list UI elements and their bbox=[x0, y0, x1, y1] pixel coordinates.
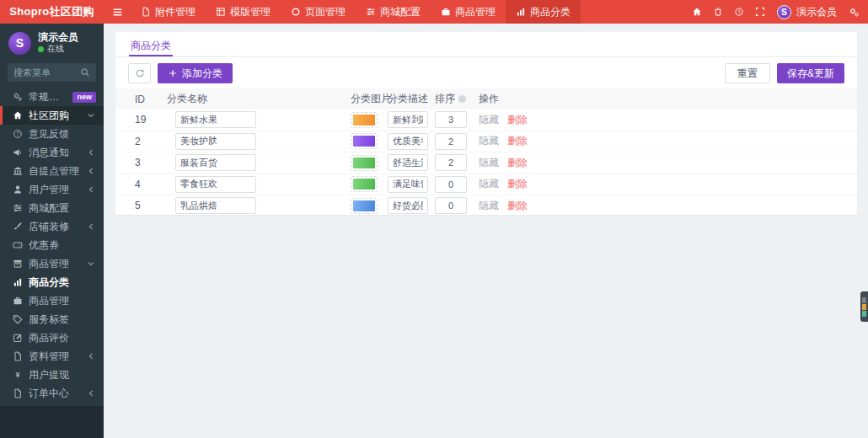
table-header: ID分类名称分类图片分类描述排序操作 bbox=[115, 88, 857, 110]
sidebar-item-goods-category[interactable]: 商品分类 bbox=[0, 273, 104, 291]
topnav-mall-config[interactable]: 商城配置 bbox=[356, 0, 431, 24]
sidebar-item-pickup-points[interactable]: 自提点管理 bbox=[0, 162, 104, 180]
hide-link[interactable]: 隐藏 bbox=[479, 156, 499, 170]
topnav-label: 商城配置 bbox=[380, 5, 421, 19]
sidebar-item-label: 订单中心 bbox=[29, 387, 80, 401]
topnav-goods-manage[interactable]: 商品管理 bbox=[431, 0, 506, 24]
gear-icon bbox=[849, 7, 860, 18]
menu-search-input[interactable] bbox=[13, 67, 77, 77]
sidebar-item-mall-config[interactable]: 商城配置 bbox=[0, 199, 104, 217]
category-image-thumb[interactable] bbox=[351, 133, 378, 149]
topnav-goods-category[interactable]: 商品分类 bbox=[506, 0, 581, 24]
category-image-thumb[interactable] bbox=[351, 112, 378, 128]
id-cell: 2 bbox=[128, 136, 167, 147]
category-image-thumb[interactable] bbox=[351, 155, 378, 171]
fullscreen-button[interactable] bbox=[749, 0, 770, 24]
save-update-button[interactable]: 保存&更新 bbox=[777, 63, 844, 83]
sidebar-item-users[interactable]: 用户管理 bbox=[0, 180, 104, 199]
settings-button[interactable] bbox=[844, 0, 865, 24]
category-name-input[interactable] bbox=[175, 154, 256, 171]
category-desc-input[interactable] bbox=[388, 197, 428, 214]
refresh-button[interactable] bbox=[128, 63, 151, 83]
sort-input[interactable] bbox=[435, 176, 467, 193]
file-icon bbox=[141, 7, 151, 17]
delete-link[interactable]: 删除 bbox=[507, 113, 528, 127]
hamburger-icon bbox=[112, 7, 123, 18]
category-name-input[interactable] bbox=[175, 133, 256, 150]
sidebar-user-name: 演示会员 bbox=[38, 31, 78, 43]
sidebar-item-withdraw[interactable]: ¥用户提现 bbox=[0, 366, 104, 384]
sort-input[interactable] bbox=[435, 111, 467, 128]
category-name-input[interactable] bbox=[175, 111, 256, 128]
sidebar-item-label: 资料管理 bbox=[29, 350, 80, 364]
app-logo[interactable]: Shopro社区团购 bbox=[0, 0, 104, 24]
sidebar-item-label: 商品分类 bbox=[29, 275, 96, 290]
delete-link[interactable]: 删除 bbox=[507, 134, 528, 148]
sidebar-item-general[interactable]: 常规管理new bbox=[0, 88, 104, 106]
svg-text:¥: ¥ bbox=[15, 371, 19, 379]
category-name-input[interactable] bbox=[175, 176, 256, 193]
category-desc-input[interactable] bbox=[388, 111, 428, 128]
category-name-input[interactable] bbox=[175, 197, 256, 214]
history-button[interactable] bbox=[728, 0, 749, 24]
id-cell: 4 bbox=[128, 179, 167, 190]
tab-bar: 商品分类 bbox=[115, 32, 857, 57]
sidebar-item-goods-review[interactable]: 商品评价 bbox=[0, 328, 104, 347]
category-desc-input[interactable] bbox=[388, 176, 428, 193]
table-body: 19隐藏删除2隐藏删除3隐藏删除4隐藏删除5隐藏删除 bbox=[115, 110, 857, 217]
sidebar-item-data-manage[interactable]: 资料管理 bbox=[0, 347, 104, 366]
topbar-user-menu[interactable]: S 演示会员 bbox=[770, 0, 844, 24]
delete-link[interactable]: 删除 bbox=[507, 156, 528, 170]
sidebar-toggle-button[interactable] bbox=[104, 0, 131, 24]
sort-input[interactable] bbox=[435, 133, 467, 150]
sidebar-item-orders[interactable]: 订单中心 bbox=[0, 384, 104, 403]
delete-link[interactable]: 删除 bbox=[507, 199, 528, 213]
category-image-thumb[interactable] bbox=[351, 176, 378, 192]
theme-picker-handle[interactable] bbox=[860, 291, 868, 322]
hide-link[interactable]: 隐藏 bbox=[479, 113, 499, 127]
home-icon bbox=[13, 110, 23, 120]
delete-link[interactable]: 删除 bbox=[507, 177, 528, 191]
topnav-attachments[interactable]: 附件管理 bbox=[131, 0, 206, 24]
hide-link[interactable]: 隐藏 bbox=[479, 134, 499, 148]
refresh-icon bbox=[135, 68, 145, 78]
sidebar-item-notifications[interactable]: 消息通知 bbox=[0, 143, 104, 162]
sort-input[interactable] bbox=[435, 197, 467, 214]
sort-input[interactable] bbox=[435, 154, 467, 171]
tags-icon bbox=[13, 314, 23, 324]
category-image-thumb[interactable] bbox=[351, 198, 378, 214]
topnav-label: 商品分类 bbox=[530, 5, 571, 19]
reset-button[interactable]: 重置 bbox=[725, 63, 770, 83]
category-desc-input[interactable] bbox=[388, 154, 428, 171]
circle-icon bbox=[291, 7, 301, 17]
sidebar-item-community[interactable]: 社区团购 bbox=[0, 106, 104, 125]
category-desc-input[interactable] bbox=[388, 133, 428, 150]
sidebar-item-label: 消息通知 bbox=[29, 146, 80, 160]
chevron-down-icon bbox=[86, 110, 96, 120]
sidebar-item-shop-decor[interactable]: 店铺装修 bbox=[0, 217, 104, 236]
sidebar-item-coupons[interactable]: 优惠券 bbox=[0, 236, 104, 254]
toolbar: 添加分类 重置 保存&更新 bbox=[115, 57, 857, 88]
topbar: Shopro社区团购 附件管理模版管理页面管理商城配置商品管理商品分类 S 演示… bbox=[0, 0, 868, 24]
recycle-button[interactable] bbox=[707, 0, 728, 24]
table-row: 19隐藏删除 bbox=[115, 110, 857, 131]
avatar: S bbox=[777, 5, 791, 19]
sidebar-item-goods-manage[interactable]: 商品管理 bbox=[0, 291, 104, 310]
sidebar-item-goods[interactable]: 商品管理 bbox=[0, 254, 104, 273]
hide-link[interactable]: 隐藏 bbox=[479, 177, 499, 191]
tab-goods-category[interactable]: 商品分类 bbox=[129, 32, 173, 56]
sidebar-item-label: 优惠券 bbox=[29, 238, 96, 253]
topnav-pages[interactable]: 页面管理 bbox=[281, 0, 356, 24]
topnav-templates[interactable]: 模版管理 bbox=[206, 0, 281, 24]
add-category-button[interactable]: 添加分类 bbox=[158, 63, 233, 83]
dot-circle-icon bbox=[458, 95, 466, 103]
sidebar-item-service-tags[interactable]: 服务标签 bbox=[0, 310, 104, 328]
search-icon bbox=[80, 67, 90, 77]
sidebar-item-feedback[interactable]: ?意见反馈 bbox=[0, 125, 104, 143]
id-cell: 3 bbox=[128, 157, 167, 168]
home-button[interactable] bbox=[686, 0, 707, 24]
hide-link[interactable]: 隐藏 bbox=[479, 199, 499, 213]
edit-icon bbox=[13, 333, 23, 343]
sidebar-item-label: 自提点管理 bbox=[29, 164, 80, 179]
table-row: 4隐藏删除 bbox=[115, 174, 857, 196]
